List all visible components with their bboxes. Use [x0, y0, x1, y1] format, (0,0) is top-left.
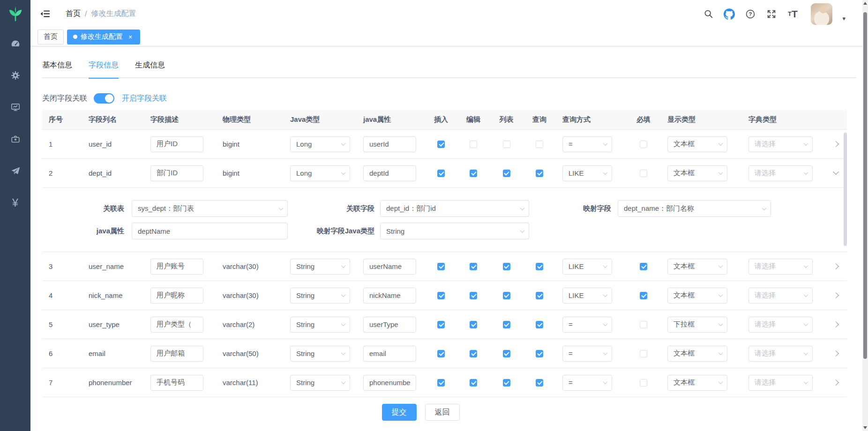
java-field-input[interactable] — [363, 317, 416, 333]
sidebar-item-official-site[interactable] — [0, 155, 30, 187]
field-description-input[interactable] — [150, 317, 203, 333]
search-button[interactable] — [703, 8, 714, 20]
required-checkbox[interactable] — [640, 379, 647, 386]
java-type-select[interactable]: String — [290, 317, 350, 333]
dict-type-select[interactable]: 请选择 — [748, 375, 813, 391]
display-type-select[interactable]: 下拉框 — [667, 317, 727, 333]
query-type-select[interactable]: = — [562, 136, 612, 152]
java-attr-input[interactable] — [132, 223, 288, 239]
tab-basic-info[interactable]: 基本信息 — [42, 52, 72, 78]
insert-checkbox[interactable] — [437, 170, 445, 177]
list-checkbox[interactable] — [503, 292, 510, 299]
query-checkbox[interactable] — [536, 321, 543, 328]
display-type-select[interactable]: 文本框 — [667, 259, 727, 275]
java-type-select[interactable]: String — [290, 375, 350, 391]
tag-current-page[interactable]: 修改生成配置 × — [67, 30, 140, 45]
sidebar-item-system[interactable] — [0, 59, 30, 91]
query-type-select[interactable]: LIKE — [562, 259, 612, 275]
query-type-select[interactable]: LIKE — [562, 288, 612, 304]
expand-row-button[interactable] — [831, 168, 842, 179]
close-tag-icon[interactable]: × — [127, 33, 134, 41]
required-checkbox[interactable] — [640, 141, 647, 148]
help-button[interactable]: ? — [745, 8, 756, 20]
required-checkbox[interactable] — [640, 350, 647, 357]
query-checkbox[interactable] — [536, 263, 543, 270]
edit-checkbox[interactable] — [470, 170, 477, 177]
insert-checkbox[interactable] — [437, 321, 445, 328]
expand-row-button[interactable] — [831, 261, 842, 272]
java-field-input[interactable] — [363, 165, 416, 181]
java-field-input[interactable] — [363, 288, 416, 304]
expand-row-button[interactable] — [831, 319, 842, 330]
related-field-select[interactable]: dept_id：部门id — [380, 200, 529, 217]
java-type-select[interactable]: Long — [290, 165, 350, 181]
field-description-input[interactable] — [150, 165, 203, 181]
scroll-down-button[interactable] — [862, 424, 868, 431]
insert-checkbox[interactable] — [437, 141, 445, 148]
display-type-select[interactable]: 文本框 — [667, 165, 727, 181]
query-checkbox[interactable] — [536, 170, 543, 177]
query-type-select[interactable]: = — [562, 346, 612, 362]
edit-checkbox[interactable] — [470, 292, 477, 299]
dict-type-select[interactable]: 请选择 — [748, 346, 813, 362]
map-field-select[interactable]: dept_name：部门名称 — [618, 200, 771, 217]
caret-down-icon[interactable]: ▾ — [842, 15, 846, 22]
switch-on-label[interactable]: 开启字段关联 — [122, 94, 167, 104]
expand-row-button[interactable] — [831, 348, 842, 359]
field-description-input[interactable] — [150, 136, 203, 152]
sidebar-item-tools[interactable] — [0, 123, 30, 155]
github-link[interactable] — [724, 8, 735, 20]
table-scrollbar-thumb[interactable] — [844, 133, 847, 246]
fullscreen-button[interactable] — [766, 8, 777, 20]
field-description-input[interactable] — [150, 375, 203, 391]
query-checkbox[interactable] — [536, 379, 543, 386]
display-type-select[interactable]: 文本框 — [667, 288, 727, 304]
submit-button[interactable]: 提交 — [382, 404, 417, 421]
java-field-input[interactable] — [363, 375, 416, 391]
scroll-up-button[interactable] — [862, 0, 868, 7]
avatar[interactable] — [811, 3, 832, 25]
list-checkbox[interactable] — [503, 350, 510, 357]
required-checkbox[interactable] — [640, 292, 647, 299]
field-relation-toggle[interactable] — [94, 93, 114, 104]
edit-checkbox[interactable] — [470, 321, 477, 328]
sidebar-toggle-button[interactable] — [40, 8, 51, 20]
sidebar-item-monitor[interactable] — [0, 91, 30, 123]
query-checkbox[interactable] — [536, 292, 543, 299]
tab-generate-info[interactable]: 生成信息 — [135, 52, 165, 78]
list-checkbox[interactable] — [503, 141, 510, 148]
app-logo[interactable] — [0, 0, 30, 28]
field-description-input[interactable] — [150, 259, 203, 275]
expand-row-button[interactable] — [831, 290, 842, 301]
insert-checkbox[interactable] — [437, 350, 445, 357]
insert-checkbox[interactable] — [437, 379, 445, 386]
java-type-select[interactable]: Long — [290, 136, 350, 152]
query-checkbox[interactable] — [536, 141, 543, 148]
query-checkbox[interactable] — [536, 350, 543, 357]
java-type-select[interactable]: String — [290, 259, 350, 275]
page-scrollbar-thumb[interactable] — [863, 12, 867, 359]
edit-checkbox[interactable] — [470, 263, 477, 270]
display-type-select[interactable]: 文本框 — [667, 346, 727, 362]
required-checkbox[interactable] — [640, 321, 647, 328]
java-field-input[interactable] — [363, 136, 416, 152]
insert-checkbox[interactable] — [437, 263, 445, 270]
font-size-button[interactable]: TT — [787, 8, 798, 20]
expand-row-button[interactable] — [831, 377, 842, 388]
insert-checkbox[interactable] — [437, 292, 445, 299]
field-description-input[interactable] — [150, 346, 203, 362]
edit-checkbox[interactable] — [470, 350, 477, 357]
required-checkbox[interactable] — [640, 170, 647, 177]
dict-type-select[interactable]: 请选择 — [748, 288, 813, 304]
list-checkbox[interactable] — [503, 379, 510, 386]
query-type-select[interactable]: = — [562, 375, 612, 391]
display-type-select[interactable]: 文本框 — [667, 136, 727, 152]
java-field-input[interactable] — [363, 346, 416, 362]
map-java-type-select[interactable]: String — [380, 223, 529, 239]
related-table-select[interactable]: sys_dept：部门表 — [132, 200, 288, 217]
breadcrumb-home[interactable]: 首页 — [66, 9, 81, 19]
sidebar-item-dashboard[interactable] — [0, 28, 30, 59]
list-checkbox[interactable] — [503, 321, 510, 328]
dict-type-select[interactable]: 请选择 — [748, 259, 813, 275]
java-field-input[interactable] — [363, 259, 416, 275]
